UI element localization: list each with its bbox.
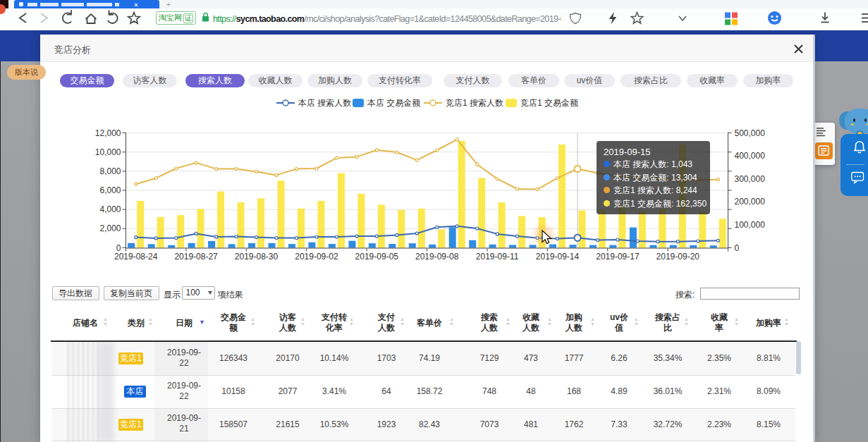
svg-text:0: 0 bbox=[735, 243, 740, 253]
svg-text:4,000: 4,000 bbox=[99, 204, 121, 214]
svg-text:2019-09-20: 2019-09-20 bbox=[656, 252, 700, 262]
svg-text:2019-09-17: 2019-09-17 bbox=[596, 252, 640, 262]
svg-text:2019-08-30: 2019-08-30 bbox=[235, 252, 279, 262]
svg-text:200,000: 200,000 bbox=[735, 197, 766, 207]
svg-text:8,000: 8,000 bbox=[99, 166, 121, 176]
svg-text:12,000: 12,000 bbox=[95, 128, 121, 138]
svg-text:6,000: 6,000 bbox=[99, 185, 121, 195]
svg-text:2019-09-08: 2019-09-08 bbox=[415, 252, 459, 262]
svg-text:2019-09-11: 2019-09-11 bbox=[476, 252, 519, 262]
svg-text:2019-09-02: 2019-09-02 bbox=[295, 252, 338, 262]
svg-text:2019-09-05: 2019-09-05 bbox=[355, 252, 399, 262]
svg-text:500,000: 500,000 bbox=[735, 128, 766, 138]
svg-text:10,000: 10,000 bbox=[95, 147, 121, 157]
svg-text:2019-08-24: 2019-08-24 bbox=[114, 252, 158, 262]
svg-text:300,000: 300,000 bbox=[735, 174, 766, 184]
svg-text:100,000: 100,000 bbox=[735, 220, 766, 230]
svg-text:2,000: 2,000 bbox=[99, 223, 121, 233]
svg-text:2019-08-27: 2019-08-27 bbox=[174, 252, 218, 262]
svg-text:2019-09-14: 2019-09-14 bbox=[536, 252, 580, 262]
svg-text:400,000: 400,000 bbox=[735, 151, 766, 161]
